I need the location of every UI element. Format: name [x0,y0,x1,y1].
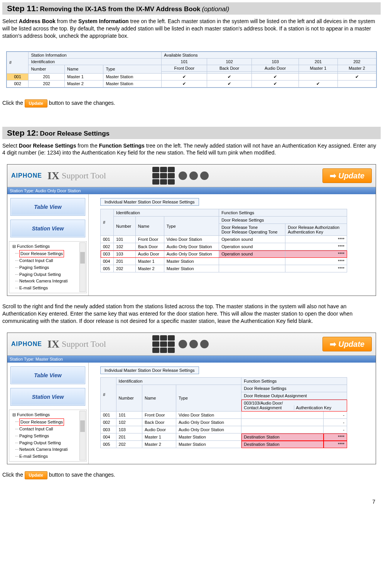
name-102: Back Door [207,65,252,71]
keypad-icon [152,335,175,353]
col-identification: Identification [29,58,162,65]
checkbox-cell[interactable] [337,80,376,87]
checkbox-cell[interactable]: ✔ [337,73,376,80]
station-view-button[interactable]: Station View [10,220,85,237]
auth-key-cell[interactable]: **** [285,258,347,265]
checkbox-cell[interactable]: ✔ [251,73,299,80]
control-icons [179,171,209,180]
col-auth: Door Release AuthorizationAuthentication… [285,224,347,236]
tree-item-es[interactable]: E-mail Settings [19,453,85,460]
step12-paragraph-2: Scroll to the right and find the newly a… [2,303,358,325]
col-tone: Door Release ToneDoor Release Operating … [219,224,285,236]
name-202: Master 2 [337,65,376,71]
checkbox-cell[interactable]: ✔ [207,73,252,80]
tree-item-cic[interactable]: Contact Input Call [19,426,85,433]
auth-key-cell[interactable]: - [324,426,347,433]
col-droa: Door Release Output Assignment [241,392,347,400]
auth-key-cell[interactable]: **** [285,236,347,243]
tree-item-pos[interactable]: Paging Output Setting [19,271,85,278]
table-row: 003103Audio DoorAudio Only Door Station- [101,426,347,433]
name-103: Audio Door [251,65,299,71]
station-type-bar: Station Type: Audio Only Door Station [7,187,376,194]
table-row: 004201Master 1Master Station**** [101,258,347,265]
right-panel: Individual Master Station Door Release S… [89,194,376,296]
auth-key-cell[interactable]: **** [285,250,347,258]
table-row: 004201Master 1Master StationDestination … [101,433,347,441]
aiphone-logo: AIPHONE [11,172,42,179]
step11-header: Step 11: Removing the IX-1AS from the IX… [2,2,381,15]
col-number: Number [114,217,136,236]
tree-item-cic[interactable]: Contact Input Call [19,257,85,264]
aiphone-logo: AIPHONE [11,341,42,348]
step11-paragraph: Select Address Book from the System Info… [2,18,381,40]
table-row: 001 201 Master 1 Master Station ✔ ✔ ✔ ✔ [7,73,376,80]
left-panel: Table View Station View ⊟ Function Setti… [7,194,89,296]
tree-item-ps[interactable]: Paging Settings [19,433,85,440]
checkbox-cell[interactable]: ✔ [162,80,207,87]
table-row: 005202Master 2Master Station**** [101,265,347,272]
table-view-button[interactable]: Table View [10,198,85,216]
section-label: Individual Master Station Door Release S… [100,198,199,206]
tree-root[interactable]: ⊟ Function Settings [12,412,85,418]
col-name: Name [135,217,164,236]
auth-key-cell[interactable]: - [324,419,347,426]
update-button-inline[interactable]: Update [25,471,47,479]
checkbox-cell[interactable] [299,73,337,80]
tree-item-nci[interactable]: Network Camera Integrati [19,446,85,453]
support-tool-text: Support Tool [62,339,106,349]
name-201: Master 1 [299,65,337,71]
col-name: Name [142,385,176,412]
page-number: 7 [2,487,381,509]
auth-key-cell[interactable]: **** [324,433,347,441]
app-header: AIPHONE IX Support Tool Update [7,165,376,187]
col-available: Available Stations [162,52,376,58]
col-identification: Identification [114,209,219,217]
screenshot-door-release-2: AIPHONE IX Support Tool Update Station T… [7,333,376,464]
auth-key-cell[interactable]: **** [324,441,347,448]
screenshot-door-release-1: AIPHONE IX Support Tool Update Station T… [7,164,376,296]
step12-header: Step 12: Door Release Settings [2,127,381,139]
table-row: 003103Audio DoorAudio Only Door StationO… [101,250,347,258]
update-button[interactable]: Update [322,168,372,183]
door-release-table-1: # Identification Function Settings Numbe… [100,209,347,272]
step11-title: Removing the IX-1AS from the IX-MV Addre… [40,5,201,13]
tree-item-nci[interactable]: Network Camera Integrati [19,278,85,285]
tree-item-pos[interactable]: Paging Output Setting [19,440,85,447]
keypad-icon [152,167,175,185]
col-hash: # [101,378,116,412]
ix-logo: IX [47,338,59,350]
nav-tree: ⊟ Function Settings Door Release Setting… [9,241,87,293]
tree-item-drs[interactable]: Door Release Settings [19,418,85,426]
step12-paragraph-1: Select Door Release Settings from the Fu… [2,142,381,157]
col-type: Type [176,385,241,412]
auth-key-cell[interactable]: - [324,412,347,419]
update-button[interactable]: Update [322,337,372,351]
col-hash: # [7,52,29,73]
station-view-button[interactable]: Station View [10,388,85,406]
control-icons [179,340,209,348]
tree-item-es[interactable]: E-mail Settings [19,285,85,292]
table-row: 002102Back DoorAudio Only Door Station- [101,419,347,426]
col-hash: # [101,209,114,236]
update-button-inline[interactable]: Update [25,99,47,108]
auth-key-cell[interactable]: **** [285,243,347,250]
checkbox-cell[interactable]: ✔ [207,80,252,87]
click-update-text-2: Click the Update button to save the chan… [2,471,381,479]
col-drs: Door Release Settings [219,217,347,224]
col-type: Type [103,65,162,73]
ix-logo: IX [47,170,59,182]
tree-root[interactable]: ⊟ Function Settings [12,243,85,250]
tree-item-drs[interactable]: Door Release Settings [19,250,85,258]
col-number: Number [29,65,65,73]
checkbox-cell[interactable]: ✔ [251,80,299,87]
checkbox-cell[interactable]: ✔ [162,73,207,80]
auth-key-cell[interactable]: **** [285,265,347,272]
checkbox-cell[interactable]: ✔ [299,80,337,87]
table-row: 005202Master 2Master StationDestination … [101,441,347,448]
name-101: Front Door [162,65,207,71]
table-view-button[interactable]: Table View [10,366,85,384]
station-type-bar: Station Type: Master Station [7,356,376,363]
tree-item-ps[interactable]: Paging Settings [19,264,85,271]
col-drs: Door Release Settings [241,385,347,392]
step11-optional: (optional) [202,5,229,13]
